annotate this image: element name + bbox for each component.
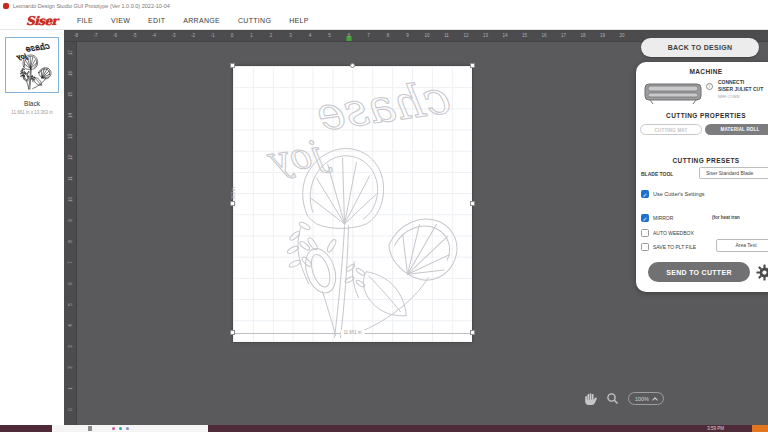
auto-weedbox-label: AUTO WEEDBOX [653, 230, 694, 236]
ruler-tick: 15 [522, 33, 527, 38]
menu-help[interactable]: HELP [289, 17, 309, 24]
zoom-level-value: 100% [635, 396, 649, 402]
taskbar-pinned-icon[interactable] [112, 427, 115, 430]
taskbar-search-area[interactable] [52, 425, 208, 432]
selection-handle-top-center[interactable] [350, 63, 355, 68]
layer-thumbnail[interactable] [5, 37, 59, 93]
ruler-tick: -8 [74, 33, 78, 38]
ruler-tick: 14 [502, 33, 507, 38]
ruler-tick: 15 [68, 88, 73, 101]
selection-handle-top-left[interactable] [230, 63, 235, 68]
title-bar: Leonardo Design Studio GUI Prototype (Ve… [0, 0, 768, 12]
connection-type: WIFI CONN [718, 93, 768, 100]
ruler-tick: 8 [68, 235, 73, 248]
mirror-checkbox[interactable] [641, 214, 649, 222]
mirror-checkbox-row[interactable]: MIRROR [641, 214, 673, 222]
option-material-roll[interactable]: MATERIAL ROLL [705, 124, 768, 135]
save-to-plt-checkbox[interactable] [641, 243, 649, 251]
app-icon [3, 3, 9, 9]
use-cutters-settings-label: Use Cutter's Settings [653, 191, 705, 197]
design-page[interactable]: 11.661 in 13.363 in [233, 66, 472, 342]
ruler-tick: 2 [68, 361, 73, 374]
ruler-tick: 18 [580, 33, 585, 38]
ruler-tick: 3 [68, 340, 73, 353]
canvas-tools: 100% [584, 392, 664, 405]
save-to-plt-label: SAVE TO PLT FILE [653, 244, 696, 250]
layer-name: Black [0, 100, 64, 107]
ruler-tick: 19 [600, 33, 605, 38]
settings-gear-icon[interactable] [756, 264, 768, 281]
connection-status: CONNECTI [718, 79, 768, 86]
ruler-tick: 11 [444, 33, 449, 38]
auto-weedbox-checkbox[interactable] [641, 229, 649, 237]
selection-width-line: 11.661 in [233, 333, 472, 334]
taskbar-clock: 3:59 PM [707, 426, 724, 431]
save-to-plt-checkbox-row[interactable]: SAVE TO PLT FILE [641, 243, 696, 251]
cutting-properties-header: CUTTING PROPERTIES [636, 112, 768, 119]
ruler-tick: 9 [406, 33, 409, 38]
menu-view[interactable]: VIEW [111, 17, 130, 24]
ruler-tick: 6 [68, 277, 73, 290]
blade-tool-dropdown[interactable]: Siser Standard Blade [699, 167, 768, 179]
mirror-label: MIRROR [653, 215, 673, 221]
selection-handle-bottom-left[interactable] [230, 330, 235, 335]
layer-dimensions: 11.661 in x 13.363 in [0, 110, 64, 115]
selection-handle-mid-right[interactable] [470, 201, 475, 206]
use-cutters-settings-checkbox-row[interactable]: Use Cutter's Settings [641, 190, 705, 198]
taskbar-pinned-icon[interactable] [126, 427, 129, 430]
ruler-tick: 13 [68, 130, 73, 143]
menu-cutting[interactable]: CUTTING [238, 17, 271, 24]
zoom-level-control[interactable]: 100% [628, 392, 664, 405]
ruler-tick: -3 [171, 33, 175, 38]
back-to-design-button[interactable]: BACK TO DESIGN [641, 38, 759, 57]
selection-handle-mid-left[interactable] [230, 201, 235, 206]
ruler-tick: 9 [68, 214, 73, 227]
cutting-panel: MACHINE CONNECTI SISER JULIET CUT WIFI C… [636, 62, 768, 292]
ruler-left: 17161514131211109876543210 [64, 42, 77, 425]
send-to-cutter-button[interactable]: SEND TO CUTTER [648, 262, 750, 282]
ruler-tick: 17 [68, 46, 73, 59]
layer-thumbnail-art [10, 40, 54, 90]
ruler-tick: 13 [483, 33, 488, 38]
selection-handle-bottom-right[interactable] [470, 330, 475, 335]
ruler-tick: 5 [68, 298, 73, 311]
area-test-button[interactable]: Area Test [716, 239, 768, 252]
ruler-tick: 4 [309, 33, 312, 38]
selection-handle-top-right[interactable] [470, 63, 475, 68]
menu-edit[interactable]: EDIT [148, 17, 165, 24]
menu-file[interactable]: FILE [77, 17, 93, 24]
taskbar-notification-badge[interactable] [752, 425, 768, 432]
ruler-tick: -1 [210, 33, 214, 38]
taskbar-app-icon[interactable] [88, 426, 92, 431]
layers-panel: Black 11.661 in x 13.363 in [0, 30, 64, 425]
machine-header: MACHINE [636, 68, 768, 75]
ruler-tick: -5 [132, 33, 136, 38]
blade-tool-label: BLADE TOOL [641, 171, 673, 177]
zoom-magnifier-icon[interactable] [606, 392, 619, 405]
ruler-tick: -2 [191, 33, 195, 38]
ruler-tick: 0 [231, 33, 234, 38]
flower-design-art [233, 66, 472, 342]
use-cutters-settings-checkbox[interactable] [641, 190, 649, 198]
connection-info: CONNECTI SISER JULIET CUT WIFI CONN [718, 79, 768, 100]
ruler-tick: 16 [541, 33, 546, 38]
cutting-presets-header: CUTTING PRESETS [636, 157, 768, 164]
ruler-tick: 0 [68, 403, 73, 416]
ruler-tick: -4 [152, 33, 156, 38]
ruler-tick: 7 [367, 33, 370, 38]
ruler-tick: 2 [270, 33, 273, 38]
siser-logo: Siser [26, 14, 68, 28]
taskbar-pinned-icon[interactable] [119, 427, 122, 430]
window-title: Leonardo Design Studio GUI Prototype (Ve… [13, 3, 170, 9]
option-cutting-mat[interactable]: CUTTING MAT [640, 124, 702, 135]
ruler-tick: 10 [68, 193, 73, 206]
ruler-tick: -6 [113, 33, 117, 38]
ruler-tick: 7 [68, 256, 73, 269]
menu-arrange[interactable]: ARRANGE [183, 17, 220, 24]
mirror-note: (for heat tran [712, 215, 740, 220]
machine-name: SISER JULIET CUT [718, 86, 768, 93]
pan-hand-icon[interactable] [584, 392, 597, 405]
info-icon[interactable] [706, 83, 713, 90]
ruler-tick: 6 [348, 33, 351, 38]
auto-weedbox-checkbox-row[interactable]: AUTO WEEDBOX [641, 229, 694, 237]
